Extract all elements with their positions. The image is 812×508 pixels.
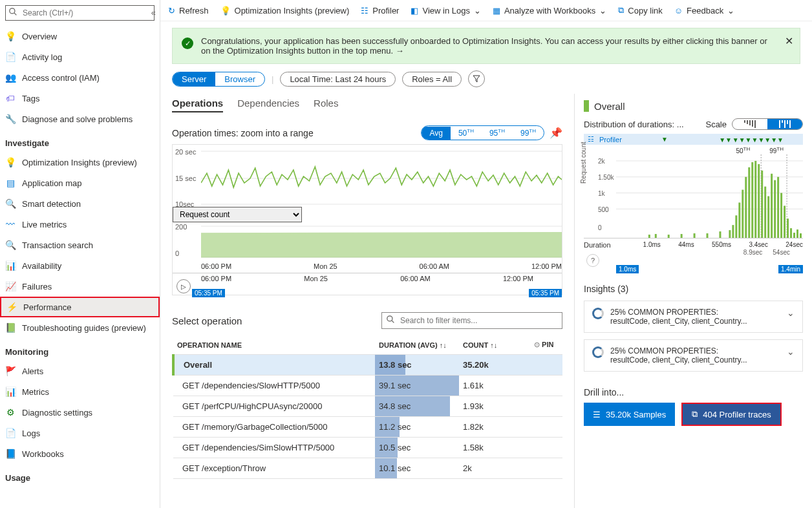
sidebar-item-access-control-iam-[interactable]: 👥Access control (IAM) [0,67,160,88]
sidebar-item-optimization-insights-preview-[interactable]: 💡Optimization Insights (preview) [0,152,160,173]
overall-indicator [584,100,589,112]
operation-times-chart[interactable]: 20 sec 15 sec 10sec Request count [172,144,562,295]
sidebar-item-live-metrics[interactable]: 〰Live metrics [0,214,160,235]
sidebar-item-performance[interactable]: ⚡Performance [0,297,160,317]
table-row[interactable]: GET /dependencies/SimSlowHTTP/500010.5 s… [173,438,562,458]
operations-search-input[interactable] [381,312,562,329]
col-pin[interactable]: ⊙ PIN [530,335,562,355]
feedback-button[interactable]: ☺ Feedback ⌄ [674,6,734,16]
add-filter-button[interactable] [468,70,485,87]
tab-operations[interactable]: Operations [172,98,223,112]
svg-rect-24 [735,216,737,238]
sidebar-item-diagnose-and-solve-problems[interactable]: 🔧Diagnose and solve problems [0,109,160,129]
sidebar-item-failures[interactable]: 📈Failures [0,276,160,297]
browser-pill[interactable]: Browser [215,72,264,86]
insight-card[interactable]: 25% COMMON PROPERTIES: resultCode, clien… [584,339,803,372]
sidebar-item-availability[interactable]: 📊Availability [0,255,160,276]
scrub-handle-start[interactable]: 05:35 PM [192,289,225,297]
close-icon[interactable]: ✕ [785,35,793,47]
nav-label: Diagnose and solve problems [22,114,133,124]
analyze-workbooks-button[interactable]: ▦ Analyze with Workbooks ⌄ [493,6,606,16]
svg-rect-44 [800,233,802,238]
tab-dependencies[interactable]: Dependencies [237,98,299,112]
scrub-handle-end[interactable]: 05:35 PM [529,289,562,297]
time-scrubber[interactable]: ▷ 06:00 PMMon 2506:00 AM12:00 PM 05:35 P… [173,273,562,295]
play-icon[interactable]: ▷ [176,279,191,293]
nav-label: Failures [22,282,52,291]
details-pane: Overall Distribution of durations: ... S… [574,94,812,508]
lightbulb-icon: 💡 [220,6,231,16]
count-metric-select[interactable]: Request count [173,207,302,222]
svg-rect-37 [777,177,779,238]
col-operation-name[interactable]: OPERATION NAME [173,335,375,355]
sidebar-item-troubleshooting-guides-preview-[interactable]: 📗Troubleshooting guides (preview) [0,317,160,338]
sidebar-item-application-map[interactable]: ▤Application map [0,173,160,193]
svg-line-8 [392,321,394,323]
nav-icon: 📈 [5,281,16,291]
nav-label: Smart detection [22,199,81,209]
col-duration[interactable]: DURATION (AVG) ↑↓ [375,335,459,355]
table-row[interactable]: GET /perfCPU/HighCPUAsync/2000034.8 sec1… [173,396,562,417]
sidebar-item-overview[interactable]: 💡Overview [0,26,160,47]
svg-rect-25 [738,203,740,238]
sidebar-item-transaction-search[interactable]: 🔍Transaction search [0,235,160,255]
table-row[interactable]: Overall13.8 sec35.20k [173,355,562,376]
svg-rect-27 [745,177,747,238]
samples-button[interactable]: ☰ 35.20k Samples [584,403,675,426]
sidebar-item-smart-detection[interactable]: 🔍Smart detection [0,193,160,214]
svg-rect-17 [668,235,670,238]
nav-label: Workbooks [22,449,64,459]
profiler-traces-button[interactable]: ⧉ 404 Profiler traces [681,403,782,426]
range-handle-min[interactable]: 1.0ms [616,265,639,273]
svg-rect-42 [793,233,795,238]
svg-rect-22 [729,230,731,238]
help-icon[interactable]: ? [586,254,599,267]
sidebar-item-logs[interactable]: 📄Logs [0,423,160,443]
chevron-down-icon: ⌄ [727,6,734,16]
server-pill[interactable]: Server [173,72,215,86]
sidebar-item-tags[interactable]: 🏷Tags [0,88,160,109]
time-range-chip[interactable]: Local Time: Last 24 hours [280,72,396,87]
refresh-button[interactable]: ↻ Refresh [168,6,209,16]
sidebar-item-activity-log[interactable]: 📄Activity log [0,47,160,67]
nav-label: Overview [22,32,57,41]
copy-link-button[interactable]: ⧉ Copy link [618,5,662,16]
duration-histogram[interactable]: Request count 2k 1.50k 1k 500 0 [584,154,803,238]
nav-icon: 🔧 [5,114,16,124]
table-row[interactable]: GET /dependencies/SlowHTTP/500039.1 sec1… [173,376,562,396]
duration-range-slider[interactable]: ? 8.9sec 54sec 1.0ms 1.4min [584,249,803,272]
onboarding-banner[interactable]: ✓ Congratulations, your application has … [172,28,800,64]
profiler-button[interactable]: ☷ Profiler [361,6,399,16]
sidebar-item-diagnostic-settings[interactable]: ⚙Diagnostic settings [0,402,160,423]
collapse-sidebar-icon[interactable]: « [151,8,156,17]
table-row[interactable]: GET /exception/Throw10.1 sec2k [173,458,562,479]
view-in-logs-button[interactable]: ◧ View in Logs ⌄ [411,6,480,16]
avg-pill[interactable]: Avg [422,127,450,140]
pin-icon[interactable]: 📌 [550,127,562,139]
scale-toggle[interactable] [732,118,803,130]
p95-pill[interactable]: 95TH [482,126,513,140]
operations-table: OPERATION NAME DURATION (AVG) ↑↓ COUNT ↑… [172,335,562,479]
nav-icon: 🔍 [5,240,16,250]
svg-rect-20 [707,233,709,238]
roles-chip[interactable]: Roles = All [402,72,462,87]
optimization-insights-button[interactable]: 💡 Optimization Insights (preview) [220,6,350,16]
profiler-strip[interactable]: ☷ Profiler ▼ ▼▼ ▼▼▼▼▼▼▼▼ [584,134,803,145]
chevron-down-icon: ⌄ [787,346,795,357]
insight-card[interactable]: 25% COMMON PROPERTIES: resultCode, clien… [584,301,803,333]
p50-pill[interactable]: 50TH [451,126,482,140]
tab-roles[interactable]: Roles [314,98,338,112]
p99-pill[interactable]: 99TH [513,126,544,140]
svg-rect-29 [751,162,753,238]
svg-rect-21 [719,231,721,238]
table-row[interactable]: GET /memory/GarbageCollection/500011.2 s… [173,417,562,438]
sidebar-item-alerts[interactable]: 🚩Alerts [0,361,160,381]
nav-icon: 📄 [5,52,16,62]
col-count[interactable]: COUNT ↑↓ [459,335,530,355]
sidebar-item-workbooks[interactable]: 📘Workbooks [0,443,160,464]
nav-icon: 📄 [5,428,16,438]
sidebar-search-input[interactable] [5,5,155,21]
sidebar-item-metrics[interactable]: 📊Metrics [0,381,160,402]
svg-rect-26 [742,190,743,238]
range-handle-max[interactable]: 1.4min [778,265,803,273]
